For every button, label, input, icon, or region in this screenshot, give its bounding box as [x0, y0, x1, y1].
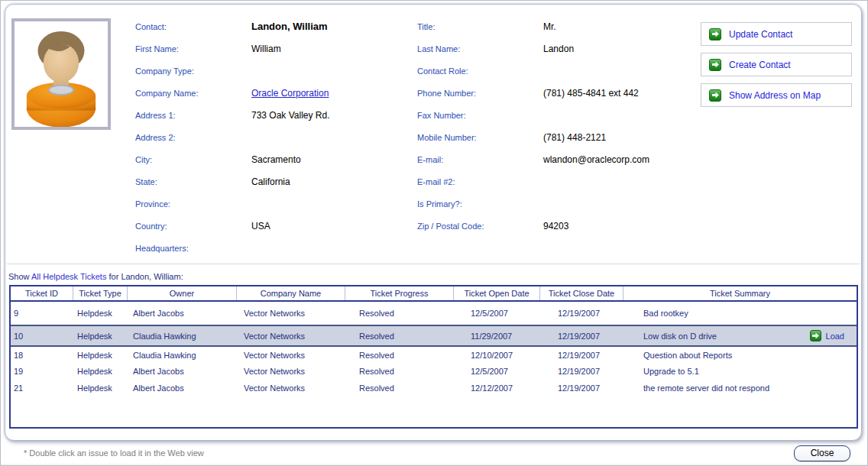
- field-province: Province:: [135, 193, 411, 215]
- green-arrow-icon: [709, 89, 721, 102]
- tickets-table-header: Ticket ID Ticket Type Owner Company Name…: [11, 286, 857, 302]
- contact-fields-left: Contact: Landon, William First Name: Wil…: [135, 14, 411, 261]
- all-helpdesk-tickets-link[interactable]: All Helpdesk Tickets: [31, 272, 106, 281]
- contact-details-window: Contact: Landon, William First Name: Wil…: [0, 0, 868, 466]
- tickets-heading-suffix: for Landon, William:: [108, 272, 183, 281]
- field-address2: Address 2:: [135, 126, 411, 148]
- field-label: Headquarters:: [135, 244, 251, 253]
- ticket-type: Helpdesk: [73, 309, 128, 318]
- field-label: Is Primary?:: [417, 199, 543, 209]
- ticket-close-date: 12/19/2007: [540, 367, 623, 376]
- field-value: Mr.: [543, 21, 556, 32]
- ticket-open-date: 12/12/2007: [454, 383, 540, 393]
- ticket-row[interactable]: 19 Helpdesk Albert Jacobs Vector Network…: [11, 363, 857, 379]
- ticket-open-date: 11/29/2007: [454, 332, 540, 341]
- column-header-ticket-open-date: Ticket Open Date: [454, 286, 540, 300]
- field-value: wlandon@oraclecorp.com: [543, 154, 649, 165]
- field-label: Company Name:: [135, 89, 251, 98]
- field-mobile-number: Mobile Number: (781) 448-2121: [417, 126, 701, 148]
- field-value: Landon: [543, 44, 574, 54]
- field-first-name: First Name: William: [135, 37, 411, 60]
- column-header-owner: Owner: [128, 286, 237, 300]
- field-label: Company Type:: [135, 66, 251, 76]
- load-button-label: Load: [826, 332, 844, 341]
- field-email2: E-mail #2:: [417, 170, 701, 193]
- ticket-id: 21: [11, 383, 73, 393]
- field-phone-number: Phone Number: (781) 485-4841 ext 442: [417, 82, 701, 104]
- show-address-on-map-label: Show Address on Map: [729, 90, 821, 101]
- ticket-owner: Albert Jacobs: [128, 383, 237, 393]
- ticket-company: Vector Networks: [237, 383, 345, 393]
- ticket-row[interactable]: 21 Helpdesk Albert Jacobs Vector Network…: [11, 379, 857, 396]
- contact-panel: Contact: Landon, William First Name: Wil…: [5, 4, 862, 441]
- field-email: E-mail: wlandon@oraclecorp.com: [417, 148, 701, 170]
- green-arrow-icon: [709, 28, 721, 40]
- field-company-name: Company Name: Oracle Corporation: [135, 82, 411, 104]
- field-contact-role: Contact Role:: [417, 60, 701, 82]
- ticket-type: Helpdesk: [73, 351, 128, 360]
- field-label: Fax Number:: [417, 111, 543, 120]
- ticket-company: Vector Networks: [237, 367, 345, 376]
- field-label: Contact:: [135, 22, 251, 31]
- green-arrow-icon: [810, 330, 821, 341]
- close-button[interactable]: Close: [794, 445, 850, 461]
- update-contact-label: Update Contact: [729, 29, 792, 40]
- ticket-row-selected[interactable]: 10 Helpdesk Claudia Hawking Vector Netwo…: [11, 325, 857, 347]
- field-label: Mobile Number:: [417, 133, 543, 142]
- load-button[interactable]: Load: [810, 330, 844, 341]
- ticket-type: Helpdesk: [73, 367, 128, 376]
- contact-actions: Update Contact Create Contact Show Addre…: [701, 22, 852, 261]
- person-icon: [15, 21, 108, 127]
- column-header-company-name: Company Name: [237, 286, 345, 300]
- field-address1: Address 1: 733 Oak Valley Rd.: [135, 104, 411, 126]
- create-contact-label: Create Contact: [729, 60, 791, 70]
- ticket-id: 10: [11, 332, 73, 341]
- show-address-on-map-button[interactable]: Show Address on Map: [701, 83, 852, 107]
- ticket-company: Vector Networks: [237, 351, 345, 360]
- field-label: Province:: [135, 199, 251, 209]
- contact-section: Contact: Landon, William First Name: Wil…: [5, 5, 861, 261]
- field-title: Title: Mr.: [417, 15, 701, 37]
- table-empty-space: [11, 396, 857, 427]
- contact-fields-right: Title: Mr. Last Name: Landon Contact Rol…: [417, 14, 701, 261]
- field-label: State:: [135, 177, 251, 186]
- field-value: (781) 448-2121: [543, 132, 606, 143]
- field-value: Landon, William: [251, 21, 328, 32]
- field-label: Title:: [417, 22, 543, 31]
- field-value: Sacramento: [251, 154, 301, 165]
- ticket-open-date: 12/5/2007: [454, 309, 540, 318]
- ticket-close-date: 12/19/2007: [540, 383, 623, 393]
- field-is-primary: Is Primary?:: [417, 193, 701, 215]
- field-contact: Contact: Landon, William: [135, 15, 411, 37]
- contact-avatar: [11, 18, 111, 130]
- ticket-progress: Resolved: [345, 309, 454, 318]
- ticket-type: Helpdesk: [73, 332, 128, 341]
- field-label: Address 1:: [135, 111, 251, 120]
- field-state: State: California: [135, 170, 411, 193]
- ticket-progress: Resolved: [345, 367, 454, 376]
- ticket-type: Helpdesk: [73, 383, 128, 393]
- ticket-progress: Resolved: [345, 383, 454, 393]
- ticket-open-date: 12/10/2007: [454, 351, 540, 360]
- double-click-note: * Double click an issue to load it in th…: [24, 448, 204, 458]
- ticket-company: Vector Networks: [237, 309, 345, 318]
- field-label: Address 2:: [135, 133, 251, 142]
- field-country: Country: USA: [135, 215, 411, 237]
- field-label: Phone Number:: [417, 89, 543, 98]
- ticket-summary: Question about Reports: [623, 351, 857, 360]
- ticket-id: 19: [11, 367, 73, 376]
- update-contact-button[interactable]: Update Contact: [701, 22, 852, 46]
- field-label: City:: [135, 155, 251, 164]
- field-value: USA: [251, 221, 270, 231]
- tickets-heading: Show All Helpdesk Tickets for Landon, Wi…: [8, 272, 861, 281]
- company-name-link[interactable]: Oracle Corporation: [251, 88, 329, 99]
- column-header-ticket-id: Ticket ID: [11, 286, 73, 300]
- ticket-row[interactable]: 18 Helpdesk Claudia Hawking Vector Netwo…: [11, 347, 857, 363]
- field-label: Last Name:: [417, 44, 543, 53]
- green-arrow-icon: [709, 59, 721, 71]
- tickets-table: Ticket ID Ticket Type Owner Company Name…: [9, 285, 858, 429]
- ticket-row[interactable]: 9 Helpdesk Albert Jacobs Vector Networks…: [11, 302, 857, 325]
- field-value: 94203: [543, 221, 568, 231]
- create-contact-button[interactable]: Create Contact: [701, 53, 852, 76]
- section-divider: [7, 264, 860, 264]
